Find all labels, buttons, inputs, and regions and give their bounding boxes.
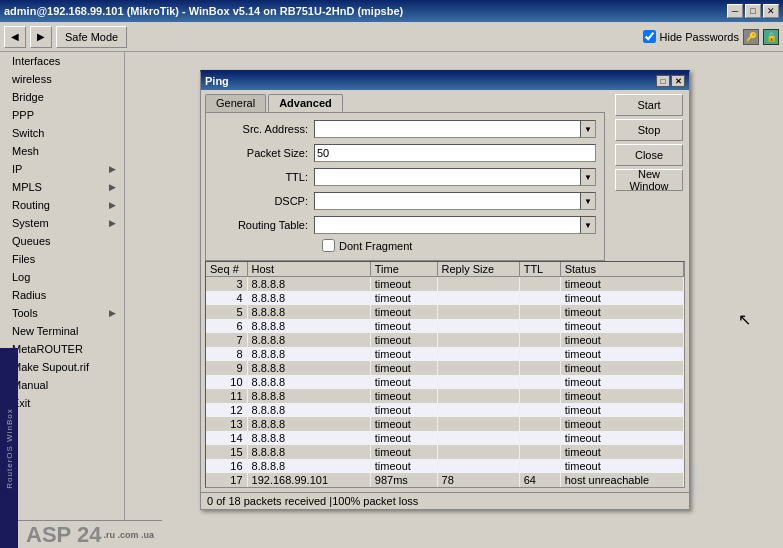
routing-table-field-container: ▼ <box>314 216 596 234</box>
cell-ttl <box>519 333 560 347</box>
cell-time: timeout <box>370 459 437 473</box>
table-row[interactable]: 3 8.8.8.8 timeout timeout <box>206 277 684 292</box>
dscp-row: DSCP: ▼ <box>214 191 596 211</box>
sidebar-item-new-terminal[interactable]: New Terminal <box>0 322 124 340</box>
dialog-close-button[interactable]: ✕ <box>671 75 685 87</box>
sidebar-item-manual[interactable]: Manual <box>0 376 124 394</box>
dialog-minimize-button[interactable]: □ <box>656 75 670 87</box>
sidebar-item-files[interactable]: Files <box>0 250 124 268</box>
routing-table-dropdown-icon[interactable]: ▼ <box>580 216 596 234</box>
src-address-input[interactable] <box>314 120 580 138</box>
table-row[interactable]: 9 8.8.8.8 timeout timeout <box>206 361 684 375</box>
winbox-side-panel: RouterOS WinBox <box>0 348 18 548</box>
cell-ttl <box>519 347 560 361</box>
new-window-button[interactable]: New Window <box>615 169 683 191</box>
sidebar-item-wireless[interactable]: wireless <box>0 70 124 88</box>
routing-table-input[interactable] <box>314 216 580 234</box>
sidebar-item-label: Interfaces <box>12 55 60 67</box>
sidebar-item-label: Bridge <box>12 91 44 103</box>
col-header-reply-size[interactable]: Reply Size <box>437 262 519 277</box>
sidebar-item-interfaces[interactable]: Interfaces <box>0 52 124 70</box>
forward-button[interactable]: ▶ <box>30 26 52 48</box>
hide-passwords-area: Hide Passwords 🔑 🔒 <box>643 29 779 45</box>
cell-reply-size: 78 <box>437 473 519 487</box>
cell-time: timeout <box>370 319 437 333</box>
table-row[interactable]: 4 8.8.8.8 timeout timeout <box>206 291 684 305</box>
cell-host: 8.8.8.8 <box>247 277 370 292</box>
dont-fragment-checkbox[interactable] <box>322 239 335 252</box>
asp-sub-text: .ru .com .ua <box>103 530 154 540</box>
sidebar-item-tools[interactable]: Tools ▶ <box>0 304 124 322</box>
sidebar-item-radius[interactable]: Radius <box>0 286 124 304</box>
ttl-row: TTL: ▼ <box>214 167 596 187</box>
ttl-input[interactable] <box>314 168 580 186</box>
sidebar-item-metarouter[interactable]: MetaROUTER <box>0 340 124 358</box>
close-button[interactable]: ✕ <box>763 4 779 18</box>
table-row[interactable]: 14 8.8.8.8 timeout timeout <box>206 431 684 445</box>
table-row[interactable]: 16 8.8.8.8 timeout timeout <box>206 459 684 473</box>
sidebar-item-bridge[interactable]: Bridge <box>0 88 124 106</box>
cell-seq: 12 <box>206 403 247 417</box>
cell-time: timeout <box>370 291 437 305</box>
cell-ttl <box>519 291 560 305</box>
packet-size-input[interactable] <box>314 144 596 162</box>
sidebar-item-make-supout[interactable]: Make Supout.rif <box>0 358 124 376</box>
maximize-button[interactable]: □ <box>745 4 761 18</box>
sidebar-item-label: wireless <box>12 73 52 85</box>
cell-status: timeout <box>560 305 683 319</box>
back-button[interactable]: ◀ <box>4 26 26 48</box>
cell-host: 8.8.8.8 <box>247 389 370 403</box>
minimize-button[interactable]: ─ <box>727 4 743 18</box>
results-scroll-area[interactable]: Seq # Host Time Reply Size TTL Status 3 … <box>206 262 684 487</box>
sidebar-item-label: PPP <box>12 109 34 121</box>
hide-passwords-checkbox[interactable] <box>643 30 656 43</box>
cell-reply-size <box>437 319 519 333</box>
col-header-seq[interactable]: Seq # <box>206 262 247 277</box>
table-row[interactable]: 7 8.8.8.8 timeout timeout <box>206 333 684 347</box>
safe-mode-button[interactable]: Safe Mode <box>56 26 127 48</box>
start-button[interactable]: Start <box>615 94 683 116</box>
dialog-main: General Advanced Src. Address: ▼ <box>201 90 609 261</box>
sidebar-item-queues[interactable]: Queues <box>0 232 124 250</box>
dscp-dropdown-icon[interactable]: ▼ <box>580 192 596 210</box>
sidebar-item-exit[interactable]: Exit <box>0 394 124 412</box>
sidebar-item-system[interactable]: System ▶ <box>0 214 124 232</box>
stop-button[interactable]: Stop <box>615 119 683 141</box>
sidebar-item-ip[interactable]: IP ▶ <box>0 160 124 178</box>
table-row[interactable]: 17 192.168.99.101 987ms 78 64 host unrea… <box>206 473 684 487</box>
sidebar-item-log[interactable]: Log <box>0 268 124 286</box>
table-row[interactable]: 10 8.8.8.8 timeout timeout <box>206 375 684 389</box>
action-buttons: Start Stop Close New Window <box>609 90 689 261</box>
sidebar-item-ppp[interactable]: PPP <box>0 106 124 124</box>
ttl-dropdown-icon[interactable]: ▼ <box>580 168 596 186</box>
dscp-label: DSCP: <box>214 195 314 207</box>
routing-table-label: Routing Table: <box>214 219 314 231</box>
sidebar-item-routing[interactable]: Routing ▶ <box>0 196 124 214</box>
table-row[interactable]: 11 8.8.8.8 timeout timeout <box>206 389 684 403</box>
table-row[interactable]: 13 8.8.8.8 timeout timeout <box>206 417 684 431</box>
table-row[interactable]: 8 8.8.8.8 timeout timeout <box>206 347 684 361</box>
sidebar-item-switch[interactable]: Switch <box>0 124 124 142</box>
col-header-host[interactable]: Host <box>247 262 370 277</box>
col-header-status[interactable]: Status <box>560 262 683 277</box>
cell-time: timeout <box>370 347 437 361</box>
tabs-bar: General Advanced <box>201 90 609 112</box>
tab-general[interactable]: General <box>205 94 266 112</box>
col-header-time[interactable]: Time <box>370 262 437 277</box>
table-row[interactable]: 12 8.8.8.8 timeout timeout <box>206 403 684 417</box>
sidebar-item-mpls[interactable]: MPLS ▶ <box>0 178 124 196</box>
results-table: Seq # Host Time Reply Size TTL Status 3 … <box>206 262 684 487</box>
col-header-ttl[interactable]: TTL <box>519 262 560 277</box>
table-row[interactable]: 5 8.8.8.8 timeout timeout <box>206 305 684 319</box>
tab-advanced[interactable]: Advanced <box>268 94 343 112</box>
packet-size-row: Packet Size: <box>214 143 596 163</box>
dialog-close-action-button[interactable]: Close <box>615 144 683 166</box>
dscp-input[interactable] <box>314 192 580 210</box>
table-row[interactable]: 15 8.8.8.8 timeout timeout <box>206 445 684 459</box>
cell-reply-size <box>437 333 519 347</box>
table-row[interactable]: 6 8.8.8.8 timeout timeout <box>206 319 684 333</box>
cell-seq: 13 <box>206 417 247 431</box>
cell-status: timeout <box>560 389 683 403</box>
sidebar-item-mesh[interactable]: Mesh <box>0 142 124 160</box>
src-address-dropdown-icon[interactable]: ▼ <box>580 120 596 138</box>
